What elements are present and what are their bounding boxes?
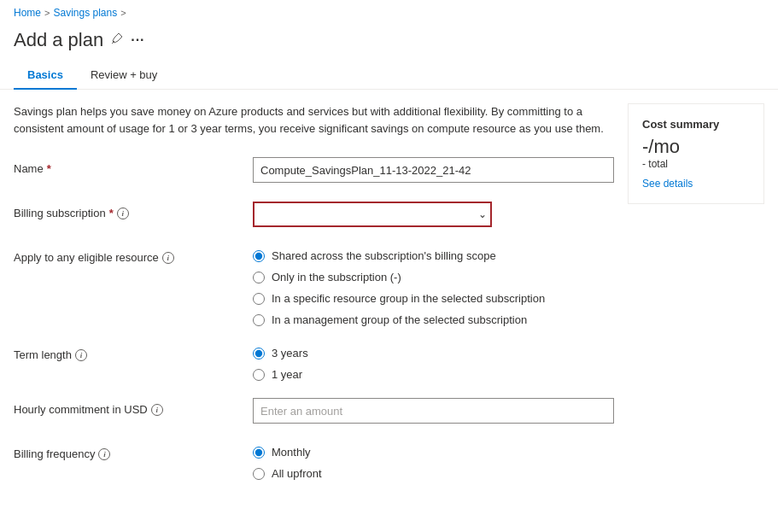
apply-option-subscription[interactable]: Only in the subscription (-) [253,271,614,284]
term-length-row: Term length i 3 years 1 year [14,343,614,381]
billing-required-star: * [109,207,114,219]
apply-radio-shared[interactable] [253,250,265,262]
page-title: Add a plan [14,29,103,51]
billing-freq-radio-upfront[interactable] [253,468,265,480]
apply-info-icon[interactable]: i [162,252,174,264]
pin-icon[interactable] [110,32,124,49]
hourly-commitment-row: Hourly commitment in USD i [14,398,614,425]
term-radio-group: 3 years 1 year [253,343,614,381]
cost-value: -/mo [642,136,750,158]
billing-freq-radio-group: Monthly All upfront [253,442,614,480]
tabs-container: Basics Review + buy [0,61,778,90]
apply-resource-label: Apply to any eligible resource i [14,246,253,264]
apply-radio-subscription[interactable] [253,272,265,284]
billing-freq-option-upfront[interactable]: All upfront [253,467,614,480]
main-content: Savings plan helps you save money on Azu… [0,90,778,497]
term-option-1year[interactable]: 1 year [253,368,614,381]
billing-subscription-label: Billing subscription * i [14,202,253,219]
tab-review-buy[interactable]: Review + buy [77,61,171,90]
term-radio-1year[interactable] [253,369,265,381]
name-control [253,157,614,183]
breadcrumb-sep-2: > [120,8,126,18]
hourly-commitment-input[interactable] [253,398,614,424]
billing-freq-radio-monthly[interactable] [253,447,265,459]
page-header: Add a plan ··· [0,26,778,61]
tab-basics[interactable]: Basics [14,61,77,90]
breadcrumb-savings-plans[interactable]: Savings plans [53,7,117,19]
name-input[interactable] [253,157,614,183]
billing-subscription-select[interactable] [253,202,492,227]
info-text: Savings plan helps you save money on Azu… [14,103,614,137]
apply-option-management-group[interactable]: In a management group of the selected su… [253,313,614,326]
billing-freq-option-monthly[interactable]: Monthly [253,446,614,459]
hourly-commitment-control [253,398,614,424]
billing-frequency-control: Monthly All upfront [253,442,614,480]
billing-subscription-control: ⌄ [253,202,614,227]
term-length-label: Term length i [14,343,253,361]
billing-subscription-select-wrapper: ⌄ [253,202,492,227]
term-length-control: 3 years 1 year [253,343,614,381]
name-label: Name * [14,157,253,175]
term-option-3years[interactable]: 3 years [253,347,614,360]
name-row: Name * [14,157,614,184]
form-area: Savings plan helps you save money on Azu… [14,103,614,497]
apply-radio-management-group[interactable] [253,314,265,326]
name-required-star: * [47,162,51,175]
apply-resource-control: Shared across the subscription's billing… [253,246,614,326]
apply-option-resource-group[interactable]: In a specific resource group in the sele… [253,292,614,305]
billing-frequency-label: Billing frequency i [14,442,253,460]
apply-resource-row: Apply to any eligible resource i Shared … [14,246,614,326]
apply-resource-radio-group: Shared across the subscription's billing… [253,246,614,326]
breadcrumb: Home > Savings plans > [0,0,778,26]
term-radio-3years[interactable] [253,348,265,360]
see-details-link[interactable]: See details [642,178,693,190]
apply-radio-resource-group[interactable] [253,293,265,305]
billing-info-icon[interactable]: i [117,208,129,219]
hourly-commitment-label: Hourly commitment in USD i [14,398,253,416]
breadcrumb-home[interactable]: Home [14,7,41,19]
term-info-icon[interactable]: i [75,349,87,361]
cost-summary-panel: Cost summary -/mo - total See details [628,103,764,204]
breadcrumb-sep-1: > [44,8,50,18]
billing-subscription-row: Billing subscription * i ⌄ [14,202,614,229]
billing-freq-info-icon[interactable]: i [98,448,110,460]
billing-frequency-row: Billing frequency i Monthly All upfront [14,442,614,480]
more-options-icon[interactable]: ··· [131,32,144,48]
apply-option-shared[interactable]: Shared across the subscription's billing… [253,249,614,262]
cost-summary-title: Cost summary [642,118,750,131]
cost-total: - total [642,158,750,170]
hourly-info-icon[interactable]: i [151,404,163,416]
